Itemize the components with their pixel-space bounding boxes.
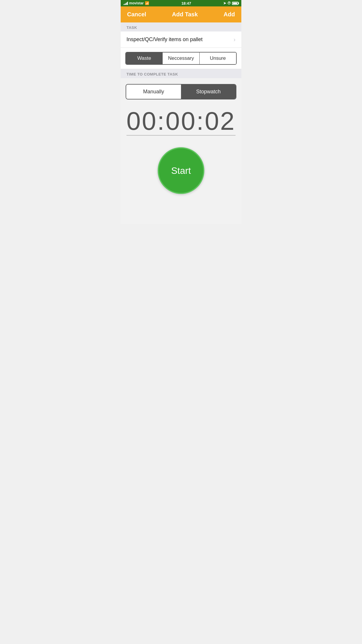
status-bar: movistar 📶 18:47 ➤ ⏱ [121,0,241,6]
status-right: ➤ ⏱ [223,1,238,5]
necessary-button[interactable]: Neccessary [163,52,199,64]
status-left: movistar 📶 [124,1,149,5]
battery-icon [232,2,238,5]
task-section-header: TASK [121,22,241,32]
location-icon: ➤ [223,1,226,5]
time-section-header: TIME TO COMPLETE TASK [121,69,241,78]
stopwatch-display: 00:00:02 [125,108,237,136]
stopwatch-seconds: 02 [205,106,236,135]
task-row[interactable]: Inspect/QC/Verify items on pallet › [121,32,241,48]
start-button[interactable]: Start [158,147,204,194]
type-segment-wrap: Waste Neccessary Unsure [121,48,241,69]
waste-button[interactable]: Waste [126,52,163,64]
page-title: Add Task [172,11,198,18]
stopwatch-time: 00:00:02 [126,108,236,136]
chevron-right-icon: › [233,36,236,43]
stopwatch-sep1: : [157,106,166,135]
mode-toggle-group: Manually Stopwatch [126,84,236,99]
alarm-icon: ⏱ [227,1,231,5]
stopwatch-sep2: : [196,106,205,135]
toggle-wrap: Manually Stopwatch [125,84,237,99]
task-name: Inspect/QC/Verify items on pallet [126,36,203,43]
add-button[interactable]: Add [222,9,236,20]
stopwatch-button[interactable]: Stopwatch [181,85,236,99]
main-content: Manually Stopwatch 00:00:02 Start [121,78,241,224]
stopwatch-minutes: 00 [166,106,196,135]
nav-bar: Cancel Add Task Add [121,6,241,22]
status-time: 18:47 [181,1,191,6]
unsure-button[interactable]: Unsure [200,52,236,64]
wifi-icon: 📶 [145,1,149,5]
cancel-button[interactable]: Cancel [126,9,147,20]
start-button-wrap: Start [125,147,237,194]
type-segment-group: Waste Neccessary Unsure [125,52,237,65]
manually-button[interactable]: Manually [126,85,181,99]
carrier-label: movistar [129,1,144,5]
signal-icon [124,1,128,5]
stopwatch-hours: 00 [126,106,157,135]
